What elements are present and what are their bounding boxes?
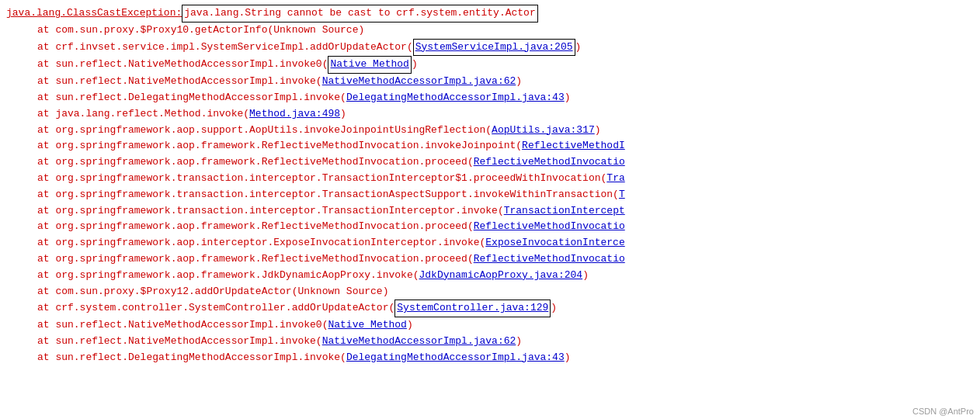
line-21-prefix: at sun.reflect.DelegatingMethodAccessorI… bbox=[37, 350, 346, 366]
line-5: at sun.reflect.DelegatingMethodAccessorI… bbox=[6, 90, 974, 106]
line-11-prefix: at org.springframework.transaction.inter… bbox=[37, 187, 619, 203]
line-16-link[interactable]: JdkDynamicAopProxy.java:204 bbox=[419, 268, 582, 284]
line-10-prefix: at org.springframework.transaction.inter… bbox=[37, 171, 606, 187]
line-4-prefix: at sun.reflect.NativeMethodAccessorImpl.… bbox=[37, 74, 322, 90]
line-15-prefix: at org.springframework.aop.framework.Ref… bbox=[37, 251, 474, 268]
line-14-prefix: at org.springframework.aop.interceptor.E… bbox=[37, 235, 485, 251]
line-16: at org.springframework.aop.framework.Jdk… bbox=[6, 268, 974, 284]
line-18: at crf.system.controller.SystemControlle… bbox=[6, 300, 974, 317]
line-6: at java.lang.reflect.Method.invoke(Metho… bbox=[6, 106, 974, 123]
line-15: at org.springframework.aop.framework.Ref… bbox=[6, 251, 974, 268]
exception-message-boxed: java.lang.String cannot be cast to crf.s… bbox=[182, 5, 537, 23]
line-9: at org.springframework.aop.framework.Ref… bbox=[6, 154, 974, 171]
line-6-prefix: at java.lang.reflect.Method.invoke( bbox=[37, 106, 249, 123]
line-2-link-boxed: SystemServiceImpl.java:205 bbox=[413, 39, 575, 57]
line-21-link[interactable]: DelegatingMethodAccessorImpl.java:43 bbox=[346, 350, 565, 366]
line-8-prefix: at org.springframework.aop.framework.Ref… bbox=[37, 138, 522, 154]
line-13-prefix: at org.springframework.aop.framework.Ref… bbox=[37, 219, 474, 235]
line-18-link[interactable]: SystemController.java:129 bbox=[397, 302, 548, 313]
watermark: CSDN @AntPro bbox=[912, 407, 974, 416]
line-4-link[interactable]: NativeMethodAccessorImpl.java:62 bbox=[322, 74, 516, 90]
line-17-text: at com.sun.proxy.$Proxy12.addOrUpdateAct… bbox=[37, 284, 388, 300]
line-10: at org.springframework.transaction.inter… bbox=[6, 171, 974, 187]
line-11-link[interactable]: T bbox=[619, 187, 625, 203]
line-8: at org.springframework.aop.framework.Ref… bbox=[6, 138, 974, 154]
line-15-link[interactable]: ReflectiveMethodInvocatio bbox=[474, 251, 625, 268]
line-7-prefix: at org.springframework.aop.support.AopUt… bbox=[37, 123, 492, 139]
line-11: at org.springframework.transaction.inter… bbox=[6, 187, 974, 203]
line-3-link-boxed: Native Method bbox=[328, 56, 411, 74]
line-12-prefix: at org.springframework.transaction.inter… bbox=[37, 203, 504, 220]
line-20: at sun.reflect.NativeMethodAccessorImpl.… bbox=[6, 334, 974, 350]
line-3: at sun.reflect.NativeMethodAccessorImpl.… bbox=[6, 56, 974, 74]
line-5-link[interactable]: DelegatingMethodAccessorImpl.java:43 bbox=[346, 90, 565, 106]
line-12: at org.springframework.transaction.inter… bbox=[6, 203, 974, 220]
line-20-link[interactable]: NativeMethodAccessorImpl.java:62 bbox=[322, 334, 516, 350]
line-13-link[interactable]: ReflectiveMethodInvocatio bbox=[474, 219, 625, 235]
line-10-link[interactable]: Tra bbox=[606, 171, 624, 187]
line-3-link[interactable]: Native Method bbox=[330, 58, 408, 70]
line-14-link[interactable]: ExposeInvocationInterce bbox=[485, 235, 624, 251]
line-16-prefix: at org.springframework.aop.framework.Jdk… bbox=[37, 268, 419, 284]
exception-line: java.lang.ClassCastException: java.lang.… bbox=[6, 5, 974, 23]
line-19: at sun.reflect.NativeMethodAccessorImpl.… bbox=[6, 317, 974, 334]
line-1-text: at com.sun.proxy.$Proxy10.getActorInfo(U… bbox=[37, 23, 364, 39]
line-19-link[interactable]: Native Method bbox=[328, 317, 406, 334]
line-4: at sun.reflect.NativeMethodAccessorImpl.… bbox=[6, 74, 974, 90]
exception-class[interactable]: java.lang.ClassCastException: bbox=[6, 5, 182, 22]
line-8-link[interactable]: ReflectiveMethodI bbox=[522, 138, 625, 154]
line-2-link[interactable]: SystemServiceImpl.java:205 bbox=[415, 41, 573, 53]
line-7-link[interactable]: AopUtils.java:317 bbox=[492, 123, 595, 139]
line-18-link-boxed: SystemController.java:129 bbox=[394, 300, 551, 317]
line-17: at com.sun.proxy.$Proxy12.addOrUpdateAct… bbox=[6, 284, 974, 300]
line-20-prefix: at sun.reflect.NativeMethodAccessorImpl.… bbox=[37, 334, 322, 350]
line-6-link[interactable]: Method.java:498 bbox=[249, 106, 340, 123]
line-14: at org.springframework.aop.interceptor.E… bbox=[6, 235, 974, 251]
line-21: at sun.reflect.DelegatingMethodAccessorI… bbox=[6, 350, 974, 366]
line-19-prefix: at sun.reflect.NativeMethodAccessorImpl.… bbox=[37, 317, 328, 334]
line-5-prefix: at sun.reflect.DelegatingMethodAccessorI… bbox=[37, 90, 346, 106]
line-18-prefix: at crf.system.controller.SystemControlle… bbox=[37, 300, 394, 317]
line-12-link[interactable]: TransactionIntercept bbox=[504, 203, 625, 220]
line-2-prefix: at crf.invset.service.impl.SystemService… bbox=[37, 40, 413, 56]
exception-message: java.lang.String cannot be cast to crf.s… bbox=[184, 7, 535, 19]
line-9-prefix: at org.springframework.aop.framework.Ref… bbox=[37, 154, 474, 171]
line-1: at com.sun.proxy.$Proxy10.getActorInfo(U… bbox=[6, 23, 974, 39]
line-13: at org.springframework.aop.framework.Ref… bbox=[6, 219, 974, 235]
line-7: at org.springframework.aop.support.AopUt… bbox=[6, 123, 974, 139]
stack-trace-container: java.lang.ClassCastException: java.lang.… bbox=[0, 0, 980, 419]
line-3-prefix: at sun.reflect.NativeMethodAccessorImpl.… bbox=[37, 57, 328, 73]
line-9-link[interactable]: ReflectiveMethodInvocatio bbox=[474, 154, 625, 171]
line-2: at crf.invset.service.impl.SystemService… bbox=[6, 39, 974, 57]
